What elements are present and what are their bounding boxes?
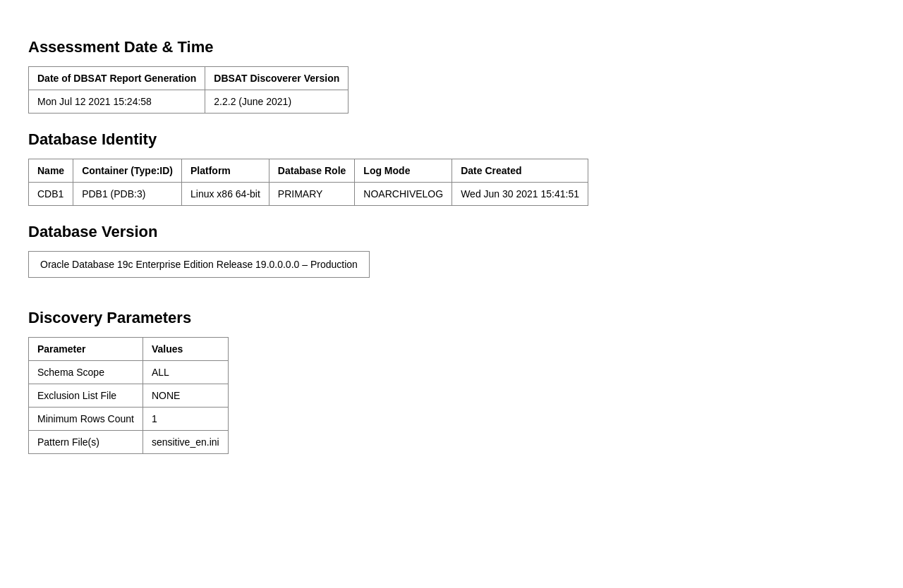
table-row: Pattern File(s) sensitive_en.ini <box>29 431 229 454</box>
db-identity-datecreated: Wed Jun 30 2021 15:41:51 <box>452 183 588 206</box>
assessment-table: Date of DBSAT Report Generation DBSAT Di… <box>28 66 349 114</box>
db-identity-header-2: Platform <box>182 159 269 183</box>
assessment-header-1: DBSAT Discoverer Version <box>205 67 349 90</box>
assessment-cell-date: Mon Jul 12 2021 15:24:58 <box>29 90 205 114</box>
db-identity-title: Database Identity <box>28 130 875 149</box>
assessment-header-0: Date of DBSAT Report Generation <box>29 67 205 90</box>
assessment-cell-version: 2.2.2 (June 2021) <box>205 90 349 114</box>
db-identity-container: PDB1 (PDB:3) <box>73 183 182 206</box>
table-row: Minimum Rows Count 1 <box>29 408 229 431</box>
table-row: Mon Jul 12 2021 15:24:58 2.2.2 (June 202… <box>29 90 349 114</box>
db-identity-logmode: NOARCHIVELOG <box>355 183 452 206</box>
discovery-value-2: 1 <box>143 408 228 431</box>
db-identity-header-5: Date Created <box>452 159 588 183</box>
discovery-param-1: Exclusion List File <box>29 384 143 408</box>
table-row: Exclusion List File NONE <box>29 384 229 408</box>
db-identity-role: PRIMARY <box>269 183 354 206</box>
discovery-param-2: Minimum Rows Count <box>29 408 143 431</box>
db-identity-header-4: Log Mode <box>355 159 452 183</box>
db-identity-name: CDB1 <box>29 183 73 206</box>
db-identity-table: Name Container (Type:ID) Platform Databa… <box>28 159 588 206</box>
discovery-header-1: Values <box>143 338 228 361</box>
discovery-header-0: Parameter <box>29 338 143 361</box>
db-identity-platform: Linux x86 64-bit <box>182 183 269 206</box>
discovery-param-0: Schema Scope <box>29 361 143 384</box>
discovery-table: Parameter Values Schema Scope ALL Exclus… <box>28 337 229 454</box>
db-version-title: Database Version <box>28 223 875 241</box>
discovery-title: Discovery Parameters <box>28 309 875 327</box>
db-identity-header-3: Database Role <box>269 159 354 183</box>
discovery-value-1: NONE <box>143 384 228 408</box>
db-identity-header-0: Name <box>29 159 73 183</box>
discovery-value-0: ALL <box>143 361 228 384</box>
discovery-value-3: sensitive_en.ini <box>143 431 228 454</box>
db-version-text: Oracle Database 19c Enterprise Edition R… <box>28 251 370 278</box>
table-row: CDB1 PDB1 (PDB:3) Linux x86 64-bit PRIMA… <box>29 183 588 206</box>
table-row: Schema Scope ALL <box>29 361 229 384</box>
assessment-title: Assessment Date & Time <box>28 38 875 56</box>
discovery-param-3: Pattern File(s) <box>29 431 143 454</box>
db-identity-header-1: Container (Type:ID) <box>73 159 182 183</box>
